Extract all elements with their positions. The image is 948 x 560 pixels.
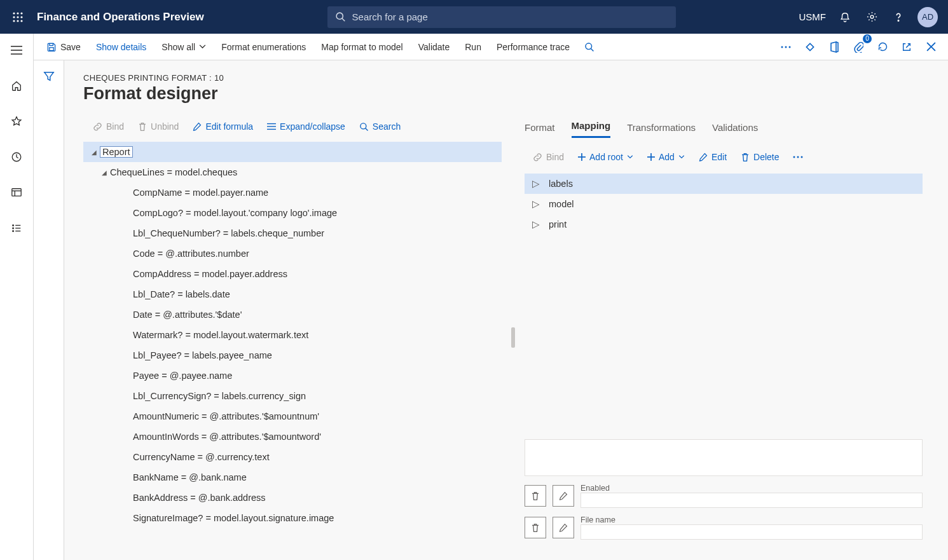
tree-row[interactable]: CompAddress = model.payer.address	[83, 264, 502, 284]
enabled-field[interactable]	[580, 493, 923, 508]
office-icon[interactable]	[823, 37, 845, 57]
more-ellipsis-icon	[793, 156, 803, 158]
tree-row-label: Payee = @.payee.name	[133, 371, 232, 381]
map-edit-button[interactable]: Edit	[693, 147, 732, 167]
tree-row[interactable]: Lbl_Payee? = labels.payee_name	[83, 345, 502, 365]
filename-edit-button[interactable]	[553, 517, 574, 538]
tree-toggle-icon[interactable]: ◢	[88, 149, 100, 156]
attachments-icon[interactable]: 0	[848, 37, 869, 57]
svg-point-5	[20, 16, 22, 18]
unbind-button[interactable]: Unbind	[132, 117, 184, 136]
workspaces-icon[interactable]	[6, 182, 27, 203]
tree-row-label: Lbl_ChequeNumber? = labels.cheque_number	[133, 228, 324, 238]
svg-point-24	[13, 231, 14, 232]
global-header: Finance and Operations Preview USMF AD	[0, 0, 948, 34]
tree-toggle-icon[interactable]: ◢	[99, 169, 110, 176]
tree-row[interactable]: Date = @.attributes.'$date'	[83, 304, 502, 325]
tree-row[interactable]: CompLogo? = model.layout.'company logo'.…	[83, 203, 502, 223]
tree-row[interactable]: Lbl_Date? = labels.date	[83, 284, 502, 304]
tree-row[interactable]: Watermark? = model.layout.watermark.text	[83, 325, 502, 345]
add-root-button[interactable]: Add root	[572, 147, 639, 167]
map-tree-row[interactable]: ▷labels	[525, 174, 923, 194]
filter-funnel-icon[interactable]	[43, 71, 55, 560]
map-more-button[interactable]	[787, 147, 809, 167]
chevron-down-icon	[199, 44, 206, 49]
tab-transformations[interactable]: Transformations	[627, 122, 696, 138]
tree-row[interactable]: AmountNumeric = @.attributes.'$amountnum…	[83, 406, 502, 427]
map-bind-button[interactable]: Bind	[527, 147, 570, 167]
popout-icon[interactable]	[896, 37, 917, 57]
map-format-to-model-button[interactable]: Map format to model	[315, 37, 409, 57]
pencil-icon	[559, 523, 568, 532]
tree-row[interactable]: CompName = model.payer.name	[83, 182, 502, 203]
show-all-button[interactable]: Show all	[155, 37, 212, 57]
add-button[interactable]: Add	[642, 147, 690, 167]
enabled-delete-button[interactable]	[525, 485, 546, 507]
tree-row[interactable]: BankName = @.bank.name	[83, 467, 502, 488]
tree-search-button[interactable]: Search	[354, 117, 406, 136]
tree-row[interactable]: CurrencyName = @.currency.text	[83, 447, 502, 467]
recent-clock-icon[interactable]	[6, 147, 27, 167]
filename-delete-button[interactable]	[525, 517, 546, 538]
help-icon[interactable]	[891, 10, 906, 25]
tree-row[interactable]: Lbl_CurrencySign? = labels.currency_sign	[83, 386, 502, 406]
company-code[interactable]: USMF	[799, 11, 827, 22]
show-details-button[interactable]: Show details	[90, 37, 153, 57]
more-ellipsis-icon[interactable]	[775, 37, 797, 57]
tab-mapping[interactable]: Mapping	[572, 120, 611, 138]
notifications-icon[interactable]	[837, 10, 853, 25]
close-icon[interactable]	[920, 37, 942, 57]
map-delete-button[interactable]: Delete	[735, 147, 785, 167]
enabled-edit-button[interactable]	[553, 485, 574, 507]
svg-point-11	[870, 15, 874, 18]
action-search-icon[interactable]	[579, 37, 600, 57]
tree-row[interactable]: Lbl_ChequeNumber? = labels.cheque_number	[83, 223, 502, 243]
validate-button[interactable]: Validate	[412, 37, 457, 57]
global-search[interactable]	[327, 6, 676, 28]
favorites-star-icon[interactable]	[6, 111, 27, 132]
tree-row[interactable]: BankAddress = @.bank.address	[83, 488, 502, 508]
filename-label: File name	[580, 516, 630, 524]
tree-row-label: AmountNumeric = @.attributes.'$amountnum…	[133, 411, 319, 421]
diamond-icon[interactable]	[799, 37, 821, 57]
hamburger-icon[interactable]	[6, 40, 27, 60]
details-textarea[interactable]	[525, 439, 923, 476]
mapping-tree[interactable]: ▷labels▷model▷print	[525, 174, 923, 235]
chevron-down-icon	[627, 155, 633, 159]
edit-formula-button[interactable]: Edit formula	[187, 117, 259, 136]
tree-toggle-icon[interactable]: ▷	[532, 219, 540, 229]
global-search-input[interactable]	[352, 11, 668, 22]
map-tree-row[interactable]: ▷model	[525, 194, 923, 214]
tree-row[interactable]: Payee = @.payee.name	[83, 365, 502, 386]
tree-row[interactable]: AmountInWords = @.attributes.'$amountwor…	[83, 427, 502, 447]
map-tree-row[interactable]: ▷print	[525, 214, 923, 235]
tree-row[interactable]: ◢ChequeLines = model.cheques	[83, 162, 502, 182]
modules-list-icon[interactable]	[6, 218, 27, 238]
app-launcher-icon[interactable]	[5, 11, 31, 23]
bind-button[interactable]: Bind	[87, 117, 130, 136]
performance-trace-button[interactable]: Performance trace	[490, 37, 576, 57]
avatar[interactable]: AD	[917, 7, 938, 27]
run-button[interactable]: Run	[458, 37, 488, 57]
filename-field[interactable]	[580, 524, 923, 540]
tree-row-label: Watermark? = model.layout.watermark.text	[133, 330, 308, 340]
format-tree[interactable]: ◢Report◢ChequeLines = model.chequesCompN…	[83, 142, 502, 560]
tree-row-label: CompName = model.payer.name	[133, 188, 268, 198]
format-enumerations-button[interactable]: Format enumerations	[215, 37, 312, 57]
tree-row[interactable]: ◢Report	[83, 142, 502, 162]
save-button[interactable]: Save	[40, 37, 87, 57]
tab-format[interactable]: Format	[525, 122, 555, 138]
tree-row[interactable]: Code = @.attributes.number	[83, 243, 502, 264]
settings-gear-icon[interactable]	[864, 10, 879, 25]
svg-point-7	[17, 20, 18, 22]
refresh-icon[interactable]	[872, 37, 893, 57]
tab-validations[interactable]: Validations	[712, 122, 758, 138]
tree-toggle-icon[interactable]: ▷	[532, 179, 540, 189]
svg-rect-33	[806, 43, 813, 50]
tree-row[interactable]: SignatureImage? = model.layout.signature…	[83, 508, 502, 528]
home-icon[interactable]	[6, 76, 27, 96]
expand-collapse-button[interactable]: Expand/collapse	[261, 117, 351, 136]
tree-toggle-icon[interactable]: ▷	[532, 199, 540, 209]
splitter[interactable]	[502, 115, 525, 560]
svg-point-6	[13, 20, 15, 22]
